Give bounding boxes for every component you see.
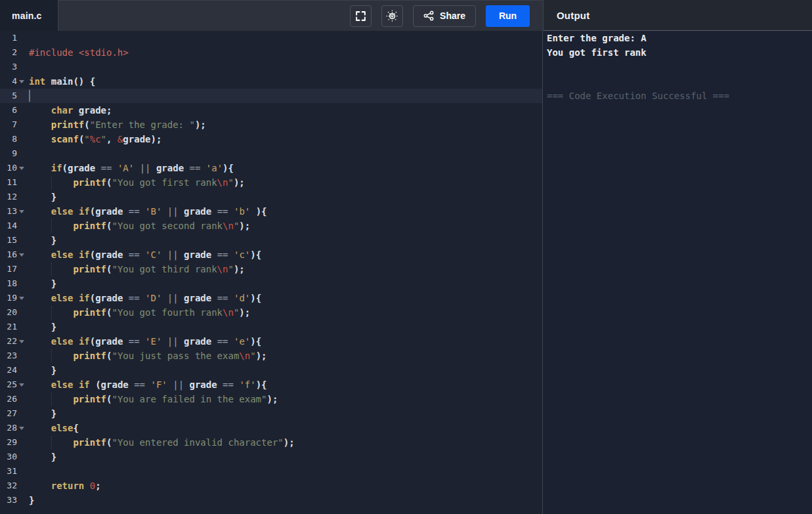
line-number: 11 xyxy=(0,175,17,190)
code-text: printf("Enter the grade: "); xyxy=(29,118,542,132)
fold-marker[interactable] xyxy=(17,334,29,349)
indent-guide xyxy=(51,263,52,276)
code-line[interactable]: 13 else if(grade == 'B' || grade == 'b' … xyxy=(0,204,542,219)
code-text: #include <stdio.h> xyxy=(29,45,542,60)
code-line[interactable]: 3 xyxy=(0,60,542,74)
code-text: printf("You got fourth rank\n"); xyxy=(29,305,542,320)
output-console[interactable]: Enter the grade: AYou got first rank=== … xyxy=(543,31,812,514)
code-text: else{ xyxy=(29,421,542,435)
code-text: else if(grade == 'C' || grade == 'c'){ xyxy=(29,247,542,262)
code-editor[interactable]: 12#include <stdio.h>34int main() {56 cha… xyxy=(0,31,543,514)
line-number: 28 xyxy=(0,421,17,435)
code-line[interactable]: 21 } xyxy=(0,320,542,334)
fold-marker[interactable] xyxy=(17,291,29,305)
editor-toolbar: Share Run xyxy=(58,0,543,31)
fold-gutter-spacer xyxy=(17,31,29,45)
theme-toggle-button[interactable] xyxy=(381,5,403,27)
code-line[interactable]: 2#include <stdio.h> xyxy=(0,45,542,60)
code-text xyxy=(29,464,542,479)
fold-gutter-spacer xyxy=(17,118,29,132)
code-text xyxy=(29,89,542,103)
fold-marker[interactable] xyxy=(17,204,29,219)
fold-gutter-spacer xyxy=(17,132,29,146)
code-line[interactable]: 18 } xyxy=(0,276,542,291)
code-text xyxy=(29,60,542,74)
code-text: } xyxy=(29,493,542,507)
code-line[interactable]: 33} xyxy=(0,493,542,507)
fullscreen-button[interactable] xyxy=(350,5,372,27)
fold-marker[interactable] xyxy=(17,421,29,435)
code-text: printf("You got first rank\n"); xyxy=(29,175,542,190)
code-line[interactable]: 23 printf("You just pass the exam\n"); xyxy=(0,349,542,363)
code-line[interactable]: 7 printf("Enter the grade: "); xyxy=(0,118,542,132)
code-line[interactable]: 1 xyxy=(0,31,542,45)
fold-gutter-spacer xyxy=(17,60,29,74)
indent-guide xyxy=(51,306,52,319)
code-text xyxy=(29,31,542,45)
code-text: printf("You got second rank\n"); xyxy=(29,219,542,233)
code-line[interactable]: 10 if(grade == 'A' || grade == 'a'){ xyxy=(0,161,542,175)
fold-marker[interactable] xyxy=(17,161,29,175)
code-line[interactable]: 6 char grade; xyxy=(0,103,542,118)
code-line[interactable]: 26 printf("You are failed in the exam"); xyxy=(0,392,542,406)
code-line[interactable]: 29 printf("You entered invalid character… xyxy=(0,435,542,450)
code-line[interactable]: 17 printf("You got third rank\n"); xyxy=(0,262,542,276)
code-line[interactable]: 11 printf("You got first rank\n"); xyxy=(0,175,542,190)
line-number: 13 xyxy=(0,204,17,219)
chevron-down-icon xyxy=(19,210,24,213)
fold-gutter-spacer xyxy=(17,493,29,507)
code-line[interactable]: 19 else if(grade == 'D' || grade == 'd')… xyxy=(0,291,542,305)
line-number: 15 xyxy=(0,233,17,247)
code-line[interactable]: 16 else if(grade == 'C' || grade == 'c')… xyxy=(0,247,542,262)
line-number: 5 xyxy=(0,89,17,103)
chevron-down-icon xyxy=(19,80,24,83)
code-line[interactable]: 9 xyxy=(0,146,542,161)
code-line[interactable]: 32 return 0; xyxy=(0,479,542,493)
fold-gutter-spacer xyxy=(17,146,29,161)
code-line[interactable]: 28 else{ xyxy=(0,421,542,435)
fold-marker[interactable] xyxy=(17,74,29,89)
code-line[interactable]: 14 printf("You got second rank\n"); xyxy=(0,219,542,233)
fold-marker[interactable] xyxy=(17,377,29,392)
code-line[interactable]: 27 } xyxy=(0,406,542,421)
code-line[interactable]: 15 } xyxy=(0,233,542,247)
share-button[interactable]: Share xyxy=(413,5,476,27)
code-line[interactable]: 22 else if(grade == 'E' || grade == 'e')… xyxy=(0,334,542,349)
fold-gutter-spacer xyxy=(17,276,29,291)
run-button[interactable]: Run xyxy=(486,5,530,27)
code-line[interactable]: 30 } xyxy=(0,450,542,464)
line-number: 19 xyxy=(0,291,17,305)
indent-guide xyxy=(51,349,52,362)
code-line[interactable]: 25 else if (grade == 'F' || grade == 'f'… xyxy=(0,377,542,392)
output-panel-title: Output xyxy=(557,10,589,21)
line-number: 31 xyxy=(0,464,17,479)
tab-main-c[interactable]: main.c xyxy=(0,0,58,31)
code-text: } xyxy=(29,233,542,247)
fold-gutter-spacer xyxy=(17,89,29,103)
line-number: 1 xyxy=(0,31,17,45)
fold-gutter-spacer xyxy=(17,450,29,464)
code-line[interactable]: 31 xyxy=(0,464,542,479)
code-line[interactable]: 5 xyxy=(0,89,542,103)
execution-status-line: === Code Execution Successful === xyxy=(547,89,812,103)
code-line[interactable]: 24 } xyxy=(0,363,542,377)
code-line[interactable]: 8 scanf("%c", &grade); xyxy=(0,132,542,146)
fold-gutter-spacer xyxy=(17,320,29,334)
code-text: printf("You got third rank\n"); xyxy=(29,262,542,276)
line-number: 27 xyxy=(0,406,17,421)
code-line[interactable]: 20 printf("You got fourth rank\n"); xyxy=(0,305,542,320)
fold-marker[interactable] xyxy=(17,247,29,262)
output-line xyxy=(547,60,812,74)
code-line[interactable]: 12 } xyxy=(0,190,542,204)
text-cursor xyxy=(29,90,30,102)
chevron-down-icon xyxy=(19,167,24,170)
code-line[interactable]: 4int main() { xyxy=(0,74,542,89)
line-number: 20 xyxy=(0,305,17,320)
fold-gutter-spacer xyxy=(17,175,29,190)
code-text: } xyxy=(29,276,542,291)
code-text: else if(grade == 'E' || grade == 'e'){ xyxy=(29,334,542,349)
code-text: } xyxy=(29,363,542,377)
code-text xyxy=(29,146,542,161)
code-text: printf("You entered invalid character"); xyxy=(29,435,542,450)
line-number: 9 xyxy=(0,146,17,161)
